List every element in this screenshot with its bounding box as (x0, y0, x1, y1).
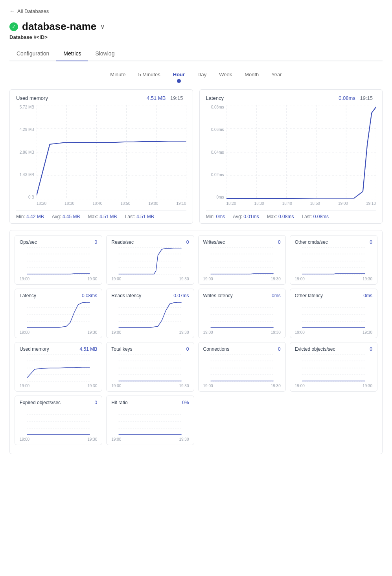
expired-x0: 19:00 (20, 437, 29, 442)
chart-total-keys: Total keys 0 19:00 19:30 (106, 342, 194, 392)
lat-y-label-3: 0.02ms (206, 173, 226, 177)
used-mem-sm-title: Used memory (20, 346, 49, 352)
other-lat-x1: 19:30 (363, 330, 372, 335)
tab-slowlog[interactable]: Slowlog (88, 46, 121, 61)
lat-x-label-3: 18:50 (310, 201, 320, 206)
db-status-icon: ✓ (9, 22, 18, 31)
writes-lat-value: 0ms (272, 293, 281, 298)
evicted-title: Evicted objects/sec (295, 346, 335, 352)
used-mem-sm-value: 4.51 MB (80, 346, 98, 352)
latency-sm-x1: 19:30 (87, 330, 97, 335)
small-charts-row3: Used memory 4.51 MB 19:00 19:30 (15, 342, 377, 392)
db-chevron-icon[interactable]: ∨ (100, 23, 105, 30)
other-cmds-value: 0 (370, 239, 372, 245)
latency-sm-value: 0.08ms (82, 293, 97, 298)
writes-x1: 19:30 (271, 277, 281, 281)
lat-x-label-2: 18:40 (282, 201, 292, 206)
reads-lat-x0: 19:00 (111, 330, 121, 335)
evicted-x0: 19:00 (295, 384, 305, 388)
chart-writes-sec: Writes/sec 0 19:00 19:30 (198, 235, 286, 285)
y-label-1: 4.29 MB (16, 127, 37, 132)
tab-configuration[interactable]: Configuration (9, 46, 56, 61)
lat-x-label-5: 19:10 (366, 201, 376, 206)
reads-x0: 19:00 (111, 277, 121, 281)
writes-x0: 19:00 (203, 277, 213, 281)
hit-ratio-title: Hit ratio (111, 400, 127, 405)
stat-min: Min: 4.42 MB (16, 214, 44, 219)
y-label-0: 5.72 MB (16, 105, 37, 109)
lat-x-label-4: 19:00 (338, 201, 348, 206)
used-mem-sm-x0: 19:00 (20, 384, 29, 388)
lat-stat-last: Last: 0.08ms (302, 214, 329, 219)
ops-svg (20, 247, 97, 275)
other-cmds-title: Other cmds/sec (295, 239, 328, 245)
chart-other-latency: Other latency 0ms 19:00 19:30 (290, 289, 377, 338)
connections-x1: 19:30 (271, 384, 281, 388)
stat-avg: Avg: 4.45 MB (52, 214, 80, 219)
reads-lat-x1: 19:30 (179, 330, 189, 335)
chart-used-memory-title: Used memory (16, 95, 48, 101)
time-option-day[interactable]: Day (191, 69, 213, 80)
chart-connections: Connections 0 19:00 19:30 (198, 342, 286, 392)
writes-lat-x1: 19:30 (271, 330, 281, 335)
other-cmds-x1: 19:30 (363, 277, 372, 281)
lat-x-label-1: 18:30 (254, 201, 264, 206)
large-charts-grid: Used memory 4.51 MB 19:15 5.72 MB 4.29 M… (9, 89, 383, 224)
x-label-0: 18:20 (37, 201, 46, 206)
hit-ratio-value: 0% (182, 400, 189, 405)
ops-x1: 19:30 (87, 277, 97, 281)
time-active-dot (177, 79, 181, 83)
connections-value: 0 (278, 346, 281, 352)
chart-hit-ratio: Hit ratio 0% 19:00 19:30 (106, 396, 194, 445)
chart-writes-latency: Writes latency 0ms 19:00 19:30 (198, 289, 286, 338)
db-id: Database #<ID> (9, 34, 383, 40)
evicted-value: 0 (370, 346, 372, 352)
reads-x1: 19:30 (179, 277, 189, 281)
writes-lat-svg (203, 301, 281, 328)
small-charts-row2: Latency 0.08ms 19:00 19:30 (15, 289, 377, 338)
other-lat-x0: 19:00 (295, 330, 305, 335)
total-keys-x1: 19:30 (179, 384, 189, 388)
stat-last: Last: 4.51 MB (125, 214, 154, 219)
small-charts-row4: Expired objects/sec 0 19:00 19:30 (15, 396, 377, 445)
hit-ratio-svg (111, 408, 189, 435)
chart-expired-objects: Expired objects/sec 0 19:00 19:30 (15, 396, 102, 445)
chart-reads-latency: Reads latency 0.07ms 19:00 19:30 (106, 289, 194, 338)
latency-sm-title: Latency (20, 293, 36, 298)
time-option-5minutes[interactable]: 5 Minutes (132, 69, 166, 80)
chart-latency: Latency 0.08ms 19:15 0.08ms 0.06ms 0.04m… (199, 89, 383, 224)
lat-stat-avg: Avg: 0.01ms (233, 214, 259, 219)
lat-stat-max: Max: 0.08ms (267, 214, 294, 219)
used-mem-sm-svg (20, 354, 97, 382)
hit-ratio-x0: 19:00 (111, 437, 121, 442)
y-label-2: 2.86 MB (16, 150, 37, 155)
chart-other-cmds: Other cmds/sec 0 19:00 19:30 (290, 235, 377, 285)
expired-svg (20, 408, 97, 435)
db-header: ✓ database-name ∨ (9, 20, 383, 33)
chart-latency-title: Latency (206, 95, 224, 101)
latency-sm-svg (20, 301, 97, 328)
lat-y-label-1: 0.06ms (206, 127, 226, 132)
tabs-nav: Configuration Metrics Slowlog (9, 46, 383, 61)
chart-evicted-objects: Evicted objects/sec 0 19:00 19:30 (290, 342, 377, 392)
evicted-svg (295, 354, 372, 382)
time-option-hour[interactable]: Hour (167, 69, 191, 80)
reads-value: 0 (186, 239, 189, 245)
tab-metrics[interactable]: Metrics (56, 46, 88, 61)
back-link[interactable]: ← All Databases (9, 8, 383, 14)
writes-lat-title: Writes latency (203, 293, 233, 298)
back-arrow-icon: ← (9, 8, 15, 14)
ops-title: Ops/sec (20, 239, 37, 245)
time-option-month[interactable]: Month (238, 69, 265, 80)
time-option-minute[interactable]: Minute (104, 69, 132, 80)
expired-title: Expired objects/sec (20, 400, 61, 405)
chart-latency-current: 0.08ms 19:15 (339, 95, 376, 101)
evicted-x1: 19:30 (363, 384, 372, 388)
empty-placeholder-2 (290, 396, 377, 445)
writes-title: Writes/sec (203, 239, 225, 245)
total-keys-svg (111, 354, 189, 382)
time-option-year[interactable]: Year (265, 69, 288, 80)
lat-y-label-2: 0.04ms (206, 150, 226, 155)
reads-lat-svg (111, 301, 189, 328)
time-option-week[interactable]: Week (213, 69, 238, 80)
